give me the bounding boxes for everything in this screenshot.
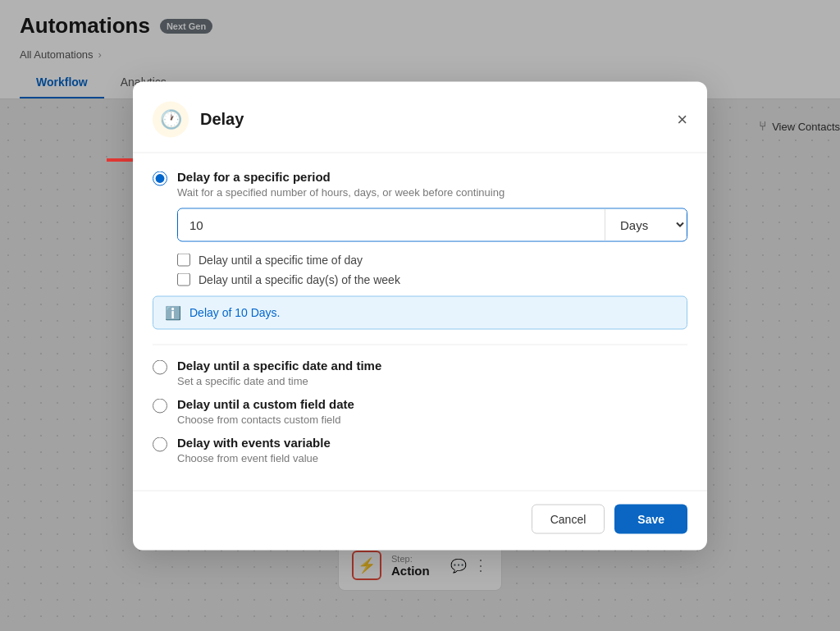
option-specific-period-desc: Wait for a specified number of hours, da… <box>177 185 504 198</box>
info-icon: ℹ️ <box>165 304 181 320</box>
option-events-variable-desc: Choose from event field value <box>177 451 331 464</box>
checkbox-day-of-week-input[interactable] <box>177 272 190 286</box>
radio-specific-period[interactable] <box>153 171 167 185</box>
modal-footer: Cancel Save <box>133 490 707 550</box>
period-unit-select[interactable]: Hours Days Weeks <box>605 208 687 240</box>
radio-date-time[interactable] <box>153 359 167 374</box>
option-date-time: Delay until a specific date and time Set… <box>153 358 687 386</box>
close-button[interactable]: × <box>677 110 687 128</box>
info-banner: ℹ️ Delay of 10 Days. <box>153 295 687 329</box>
option-specific-period-text: Delay for a specific period Wait for a s… <box>177 169 504 198</box>
checkbox-day-of-week: Delay until a specific day(s) of the wee… <box>177 272 687 286</box>
checkbox-time-of-day: Delay until a specific time of day <box>177 253 687 266</box>
modal-body: Delay for a specific period Wait for a s… <box>133 153 707 490</box>
divider <box>153 344 687 345</box>
option-custom-field-label: Delay until a custom field date <box>177 396 354 410</box>
option-custom-field-text: Delay until a custom field date Choose f… <box>177 396 354 425</box>
option-events-variable-text: Delay with events variable Choose from e… <box>177 435 331 464</box>
option-custom-field-desc: Choose from contacts custom field <box>177 413 354 425</box>
radio-events-variable[interactable] <box>153 437 167 451</box>
option-date-time-label: Delay until a specific date and time <box>177 358 381 372</box>
option-specific-period: Delay for a specific period Wait for a s… <box>153 169 687 198</box>
period-number-input[interactable] <box>178 208 605 240</box>
radio-custom-field[interactable] <box>153 398 167 413</box>
modal-header: 🕐 Delay × <box>133 81 707 153</box>
checkbox-day-of-week-label: Delay until a specific day(s) of the wee… <box>199 272 400 286</box>
option-date-time-text: Delay until a specific date and time Set… <box>177 358 381 386</box>
option-date-time-desc: Set a specific date and time <box>177 374 381 386</box>
checkbox-time-of-day-label: Delay until a specific time of day <box>199 253 363 266</box>
cancel-button[interactable]: Cancel <box>532 504 605 533</box>
delay-icon: 🕐 <box>153 101 189 137</box>
period-input-row: Hours Days Weeks <box>177 208 687 241</box>
info-text: Delay of 10 Days. <box>189 306 281 319</box>
delay-modal: 🕐 Delay × Delay for a specific period Wa… <box>133 81 707 550</box>
checkbox-time-of-day-input[interactable] <box>177 253 190 266</box>
option-events-variable: Delay with events variable Choose from e… <box>153 435 687 464</box>
clock-icon: 🕐 <box>160 108 182 130</box>
option-custom-field: Delay until a custom field date Choose f… <box>153 396 687 425</box>
option-specific-period-label: Delay for a specific period <box>177 169 504 183</box>
modal-title: Delay <box>200 110 665 129</box>
save-button[interactable]: Save <box>614 504 687 533</box>
option-events-variable-label: Delay with events variable <box>177 435 331 449</box>
